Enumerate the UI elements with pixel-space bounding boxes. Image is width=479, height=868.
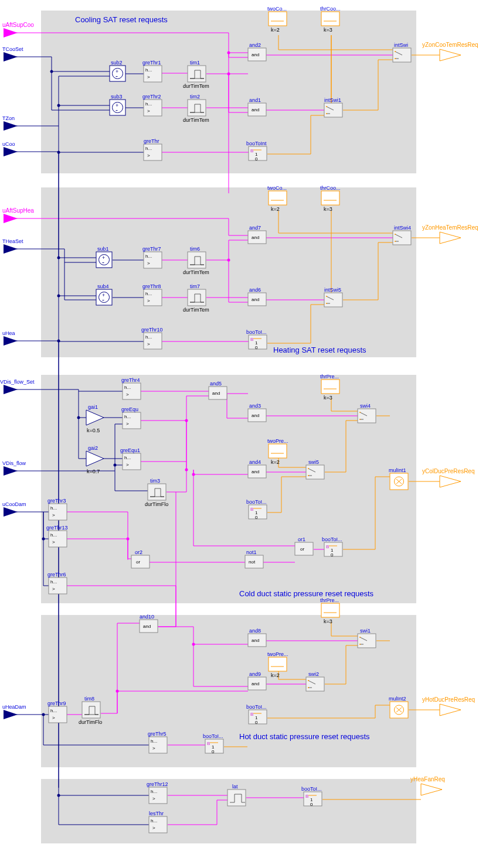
svg-point-14 — [57, 151, 60, 154]
block-booToI-cold2 — [324, 542, 342, 558]
svg-text:gai1: gai1 — [88, 404, 98, 410]
input-TZon: TZon — [2, 115, 18, 131]
svg-text:and8: and8 — [249, 628, 261, 634]
svg-text:uAftSupHea: uAftSupHea — [2, 207, 34, 214]
svg-point-19 — [57, 794, 60, 797]
svg-text:intSwi5: intSwi5 — [324, 287, 341, 293]
svg-text:or2: or2 — [135, 549, 142, 555]
svg-marker-28 — [4, 214, 18, 223]
svg-text:thrPre...: thrPre... — [320, 597, 339, 603]
svg-text:and: and — [143, 624, 151, 629]
svg-text:and2: and2 — [249, 42, 261, 48]
svg-text:uHeaDam: uHeaDam — [2, 704, 26, 710]
svg-text:greThr1: greThr1 — [142, 60, 161, 66]
output-yZonCooTemResReq: yZonCooTemResReq — [422, 42, 478, 61]
block-booToI-hot2 — [205, 739, 223, 754]
const-twoPre — [269, 444, 287, 458]
output-yZonHeaTemResReq: yZonHeaTemResReq — [422, 224, 478, 244]
svg-text:sub2: sub2 — [111, 60, 123, 66]
svg-text:booToI...: booToI... — [203, 733, 223, 739]
svg-text:and4: and4 — [249, 459, 261, 465]
svg-text:durTimTem: durTimTem — [183, 117, 209, 123]
svg-text:greEqu: greEqu — [121, 406, 138, 412]
svg-point-8 — [185, 469, 188, 471]
svg-text:and: and — [212, 391, 220, 396]
svg-text:booToI...: booToI... — [322, 536, 342, 542]
svg-text:booToI...: booToI... — [246, 704, 267, 710]
svg-text:yColDucPreResReq: yColDucPreResReq — [422, 468, 474, 474]
section-title-heat: Heating SAT reset requests — [273, 346, 366, 354]
svg-text:VDis_flow: VDis_flow — [2, 460, 26, 466]
block-tim7 — [188, 289, 206, 306]
svg-text:and6: and6 — [249, 287, 261, 293]
svg-text:sub4: sub4 — [97, 283, 109, 289]
svg-text:greThr7: greThr7 — [142, 246, 161, 252]
svg-text:booToI...: booToI... — [301, 786, 322, 792]
output-yColDucPreResReq: yColDucPreResReq — [422, 468, 474, 487]
svg-text:tim3: tim3 — [150, 478, 160, 484]
svg-marker-44 — [440, 232, 461, 244]
block-greThr8 — [144, 289, 162, 306]
svg-text:durTimTem: durTimTem — [183, 269, 209, 275]
block-intSwi4 — [393, 231, 411, 245]
svg-text:and: and — [252, 297, 259, 302]
block-greThr10 — [144, 333, 162, 349]
block-greThr1 — [144, 66, 162, 82]
svg-text:not: not — [249, 559, 256, 565]
svg-text:and5: and5 — [210, 381, 222, 387]
svg-text:greThr3: greThr3 — [47, 498, 66, 504]
svg-text:tim7: tim7 — [190, 283, 200, 289]
block-booToI-hot — [249, 710, 267, 725]
svg-text:not1: not1 — [246, 549, 257, 555]
block-greThr3 — [49, 504, 67, 520]
svg-marker-36 — [4, 466, 18, 476]
svg-text:greThr8: greThr8 — [142, 283, 161, 289]
svg-text:thrCoo...: thrCoo... — [320, 185, 341, 191]
block-tim1 — [188, 66, 206, 82]
block-booToI-heat — [249, 335, 267, 350]
block-sub2 — [110, 66, 125, 81]
block-lesThr — [149, 816, 167, 833]
svg-text:twoPre...: twoPre... — [267, 651, 288, 657]
svg-text:and9: and9 — [249, 671, 261, 677]
svg-point-9 — [192, 473, 195, 476]
svg-text:intSwi: intSwi — [394, 42, 408, 48]
const-twoCo2 — [269, 191, 287, 205]
svg-text:k=2: k=2 — [271, 206, 280, 212]
svg-text:gai2: gai2 — [88, 445, 98, 451]
svg-text:k=3: k=3 — [324, 206, 332, 212]
svg-text:and: and — [252, 638, 259, 643]
svg-text:k=2: k=2 — [271, 459, 280, 465]
block-swi4 — [358, 409, 376, 423]
svg-text:greThr13: greThr13 — [46, 525, 68, 531]
block-tim8 — [82, 702, 100, 718]
svg-text:swi5: swi5 — [308, 459, 319, 465]
svg-text:yZonCooTemResReq: yZonCooTemResReq — [422, 42, 478, 48]
output-yHotDucPreResReq: yHotDucPreResReq — [422, 696, 475, 716]
block-booToI-cold — [249, 505, 267, 520]
svg-text:swi4: swi4 — [360, 403, 371, 409]
svg-marker-40 — [4, 710, 18, 719]
block-greThr — [144, 144, 162, 160]
svg-text:yZonHeaTemResReq: yZonHeaTemResReq — [422, 224, 478, 231]
svg-text:TZon: TZon — [2, 115, 15, 121]
svg-marker-50 — [421, 784, 442, 795]
svg-text:booToInt: booToInt — [246, 141, 267, 146]
block-booToI-fan — [304, 792, 322, 807]
svg-text:twoCo...: twoCo... — [267, 185, 287, 191]
const-thrCoo2 — [321, 191, 339, 205]
svg-text:durTimFlo: durTimFlo — [79, 719, 102, 725]
section-title-cool: Cooling SAT reset requests — [75, 15, 168, 24]
svg-text:k=2: k=2 — [271, 672, 280, 678]
input-uHeaDam: uHeaDam — [2, 704, 26, 719]
block-swi2 — [306, 677, 324, 691]
svg-text:sub1: sub1 — [97, 246, 109, 252]
svg-text:lesThr: lesThr — [149, 811, 164, 816]
svg-point-0 — [227, 52, 230, 54]
svg-text:k=3: k=3 — [324, 618, 332, 624]
svg-text:and: and — [252, 469, 259, 474]
svg-text:uCoo: uCoo — [2, 141, 15, 147]
svg-point-7 — [185, 419, 188, 422]
svg-point-13 — [127, 538, 130, 541]
svg-text:and: and — [252, 681, 259, 686]
